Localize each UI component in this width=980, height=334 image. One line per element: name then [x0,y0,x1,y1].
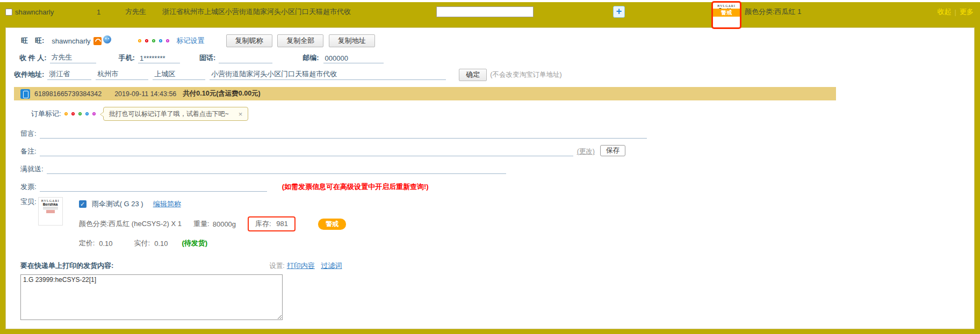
mobile-input[interactable]: 1******** [138,53,180,63]
message-row: 留言: [20,127,974,139]
copy-nickname-button[interactable]: 复制昵称 [226,34,272,47]
mark-dot[interactable] [159,39,162,42]
item-thumbnail[interactable]: BVLGARI Bershka [38,197,63,226]
paid-label: 实付: [134,238,150,248]
remark-input[interactable] [40,146,573,156]
edit-alias-link[interactable]: 编辑简称 [153,199,181,209]
address-note: (不会改变淘宝订单地址) [490,70,561,79]
district-input[interactable]: 上城区 [153,70,205,80]
address-label: 收件地址: [14,70,44,79]
stock-alert-badge: 警戒 [713,9,740,17]
stock-highlight-box: 库存: 981 [248,216,296,231]
province-input[interactable]: 浙江省 [47,70,91,80]
order-time: 2019-09-11 14:43:56 [114,90,176,98]
mobile-label: 手机: [119,53,135,63]
quick-edit-input[interactable] [436,6,534,17]
change-remark-link[interactable]: (更改) [577,147,595,156]
mark-dot[interactable] [78,112,82,115]
copy-all-button[interactable]: 复制全部 [277,34,323,47]
more-link[interactable]: 更多 [960,7,974,17]
mark-tooltip-text: 批打也可以标记订单了哦，试着点击下吧~ [109,110,229,119]
invoice-note: (如需发票信息可在高级设置中开启后重新查询!) [282,182,429,192]
recipient-address: 浙江省杭州市上城区小营街道陆家河头小区门口天猫超市代收 [162,2,351,21]
save-remark-button[interactable]: 保存 [600,145,625,156]
item-section: 宝贝: BVLGARI Bershka 雨伞测试( G 23 ) 编辑简称 颜色 [20,197,974,248]
shipping-status: (待发货) [182,238,208,248]
recipient-label: 收 件 人: [19,53,47,63]
mark-tooltip: 批打也可以标记订单了哦，试着点击下吧~ × [103,107,249,121]
tooltip-close-icon[interactable]: × [239,110,243,118]
price-label: 定价: [79,238,95,248]
weight-value: 80000g [213,220,236,228]
stock-value: 981 [276,220,288,228]
order-id: 618981665739384342 [34,90,102,98]
buyer-nickname: shawncharly [15,2,54,21]
confirm-address-button[interactable]: 确定 [459,69,487,81]
print-header-row: 要在快递单上打印的发货内容: 设置: 打印内容 过滤词 [20,261,974,271]
change-remark-text[interactable]: (更改) [577,148,595,155]
tel-input[interactable] [219,53,272,63]
remark-row: 备注: (更改) 保存 [20,144,974,156]
collapse-link[interactable]: 收起 [938,7,952,17]
print-content-textarea[interactable]: 1.G 23999:heCSYS-22[1] [20,274,283,320]
mobile-order-icon[interactable] [20,89,30,99]
street-input[interactable]: 小营街道陆家河头小区门口天猫超市代收 [210,70,446,80]
stock-label: 库存: [255,220,271,228]
invoice-label: 发票: [20,182,37,192]
item-section-label: 宝贝: [20,197,37,248]
copy-buttons-group: 复制昵称 复制全部 复制地址 [226,34,375,47]
wangwang-contact-icon[interactable] [93,37,102,45]
print-content-link[interactable]: 打印内容 [287,262,315,270]
promo-input[interactable] [47,164,506,174]
order-mark-row: 订单标记: 批打也可以标记订单了哦，试着点击下吧~ × [31,107,974,121]
price-value: 0.10 [99,239,112,248]
recipient-row: 收 件 人: 方先生 手机: 1******** 固话: 邮编: 000000 [14,52,974,64]
mark-dot[interactable] [64,112,68,115]
mark-dot[interactable] [71,112,75,115]
paid-value: 0.10 [154,239,168,248]
order-quantity: 1 [97,2,100,21]
item-sku: 颜色分类:西瓜红 (heCSYS-2) X 1 [79,219,182,229]
invoice-input[interactable] [40,181,267,192]
add-icon[interactable] [613,6,625,18]
item-checkbox[interactable] [79,200,87,208]
zip-label: 邮编: [302,53,319,63]
order-page: shawncharly 1 方先生 浙江省杭州市上城区小营街道陆家河头小区门口天… [0,2,980,334]
invoice-row: 发票: (如需发票信息可在高级设置中开启后重新查询!) [20,180,974,192]
message-input[interactable] [40,128,647,139]
item-sku-row: 颜色分类:西瓜红 (heCSYS-2) X 1 重量: 80000g 库存: 9… [79,216,346,231]
stock-alert-button[interactable]: 警戒 [318,219,346,230]
mark-settings-link[interactable]: 标记设置 [177,36,205,46]
top-bar-actions: 收起 | 更多 [938,2,974,21]
link-divider: | [955,8,956,16]
thumb-decor-line [43,207,58,208]
recipient-name-input[interactable]: 方先生 [50,53,96,63]
mark-dot[interactable] [152,39,155,42]
product-thumbnail-image: BVLGARI Bershka 警戒 [713,4,740,17]
order-id-bar: 618981665739384342 2019-09-11 14:43:56 共… [14,87,836,100]
recipient-name: 方先生 [125,2,146,21]
tel-label: 固话: [199,53,215,63]
order-mark-label: 订单标记: [31,109,61,119]
mark-dot[interactable] [138,39,141,42]
promo-label: 满就送: [20,164,44,174]
message-label: 留言: [20,129,37,139]
thumb-brand-text: Bershka [39,202,62,206]
order-summary-bar: shawncharly 1 方先生 浙江省杭州市上城区小营街道陆家河头小区门口天… [0,2,980,21]
copy-address-button[interactable]: 复制地址 [329,34,375,47]
remark-label: 备注: [20,147,37,156]
product-thumbnail-alert[interactable]: BVLGARI Bershka 警戒 [711,1,741,29]
mark-dot[interactable] [85,112,89,115]
filter-words-link[interactable]: 过滤词 [321,262,342,270]
wangwang-status-icon[interactable] [103,35,111,43]
mark-dot[interactable] [166,39,169,42]
address-row: 收件地址: 浙江省 杭州市 上城区 小营街道陆家河头小区门口天猫超市代收 确定 … [14,69,974,81]
city-input[interactable]: 杭州市 [96,70,148,80]
wangwang-icons [93,37,111,45]
order-select-checkbox[interactable] [5,9,12,16]
order-mark-dots [64,112,96,115]
zip-input[interactable]: 000000 [323,53,384,63]
mark-dot[interactable] [145,39,148,42]
item-price-row: 定价: 0.10 实付: 0.10 (待发货) [79,238,346,248]
mark-dot[interactable] [92,112,96,115]
